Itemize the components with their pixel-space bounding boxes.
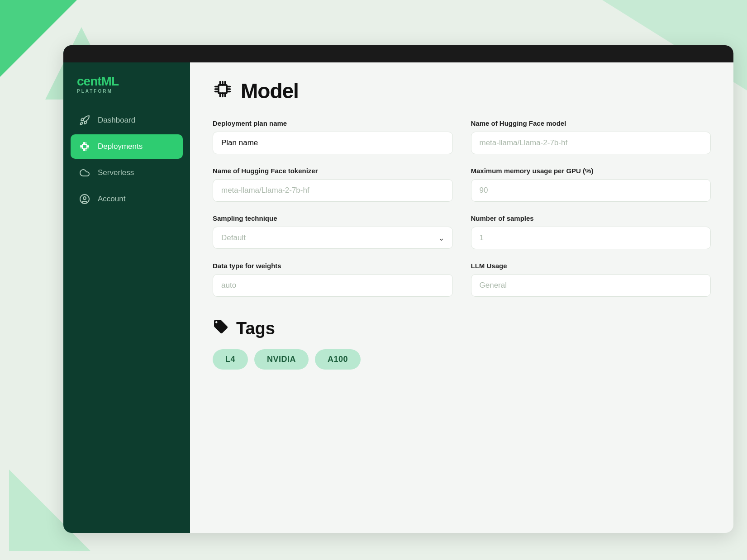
sidebar-item-account-label: Account xyxy=(98,195,125,204)
model-form: Deployment plan name Name of Hugging Fac… xyxy=(213,119,711,297)
label-hf-model-name: Name of Hugging Face model xyxy=(471,119,711,127)
label-deployment-plan-name: Deployment plan name xyxy=(213,119,453,127)
logo-title: centML xyxy=(77,75,119,88)
tag-icon xyxy=(213,318,229,338)
rocket-icon xyxy=(79,114,90,126)
sidebar-item-dashboard[interactable]: Dashboard xyxy=(71,108,183,133)
main-window: centML PLATFORM Dashboard xyxy=(63,45,733,533)
input-deployment-plan-name[interactable] xyxy=(213,132,453,154)
field-deployment-plan-name: Deployment plan name xyxy=(213,119,453,154)
tag-a100: A100 xyxy=(315,349,361,370)
field-hf-tokenizer-name: Name of Hugging Face tokenizer xyxy=(213,167,453,202)
input-hf-model-name[interactable] xyxy=(471,132,711,154)
tags-section-header: Tags xyxy=(213,318,711,338)
input-num-samples[interactable] xyxy=(471,227,711,249)
svg-rect-3 xyxy=(219,85,227,93)
select-sampling-technique[interactable]: Default Top-K Top-P Greedy xyxy=(213,227,453,249)
logo: centML PLATFORM xyxy=(77,75,119,94)
tag-l4: L4 xyxy=(213,349,248,370)
tags-list: L4 NVIDIA A100 xyxy=(213,349,711,370)
sidebar: centML PLATFORM Dashboard xyxy=(63,45,190,533)
sidebar-item-deployments-label: Deployments xyxy=(98,142,143,151)
field-llm-usage: LLM Usage xyxy=(471,262,711,297)
tag-nvidia: NVIDIA xyxy=(254,349,309,370)
chip-icon xyxy=(79,141,90,152)
svg-rect-0 xyxy=(82,144,87,149)
main-content: Model Deployment plan name Name of Huggi… xyxy=(190,45,733,533)
field-num-samples: Number of samples xyxy=(471,214,711,249)
sidebar-item-dashboard-label: Dashboard xyxy=(98,116,135,125)
model-icon xyxy=(213,79,233,103)
sidebar-item-deployments[interactable]: Deployments xyxy=(71,134,183,159)
cloud-icon xyxy=(79,167,90,179)
field-sampling-technique: Sampling technique Default Top-K Top-P G… xyxy=(213,214,453,249)
label-data-type-weights: Data type for weights xyxy=(213,262,453,270)
logo-subtitle: PLATFORM xyxy=(77,89,119,94)
field-data-type-weights: Data type for weights xyxy=(213,262,453,297)
person-circle-icon xyxy=(79,193,90,205)
label-sampling-technique: Sampling technique xyxy=(213,214,453,222)
label-hf-tokenizer-name: Name of Hugging Face tokenizer xyxy=(213,167,453,175)
field-hf-model-name: Name of Hugging Face model xyxy=(471,119,711,154)
tags-section-title: Tags xyxy=(236,319,275,338)
logo-accent: ML xyxy=(101,74,119,88)
input-llm-usage[interactable] xyxy=(471,274,711,297)
logo-prefix: cent xyxy=(77,74,101,88)
logo-area: centML PLATFORM xyxy=(63,62,190,108)
input-data-type-weights[interactable] xyxy=(213,274,453,297)
sampling-select-wrapper: Default Top-K Top-P Greedy ⌄ xyxy=(213,227,453,249)
sidebar-item-serverless[interactable]: Serverless xyxy=(71,161,183,185)
sidebar-item-serverless-label: Serverless xyxy=(98,168,134,177)
label-num-samples: Number of samples xyxy=(471,214,711,222)
input-hf-tokenizer-name[interactable] xyxy=(213,179,453,202)
sidebar-item-account[interactable]: Account xyxy=(71,187,183,211)
input-max-memory-gpu[interactable] xyxy=(471,179,711,202)
field-max-memory-gpu: Maximum memory usage per GPU (%) xyxy=(471,167,711,202)
model-section-header: Model xyxy=(213,79,711,103)
svg-point-2 xyxy=(83,197,86,199)
label-max-memory-gpu: Maximum memory usage per GPU (%) xyxy=(471,167,711,175)
sidebar-nav: Dashboard Deployments Serverless xyxy=(63,108,190,211)
model-section-title: Model xyxy=(241,79,299,103)
label-llm-usage: LLM Usage xyxy=(471,262,711,270)
